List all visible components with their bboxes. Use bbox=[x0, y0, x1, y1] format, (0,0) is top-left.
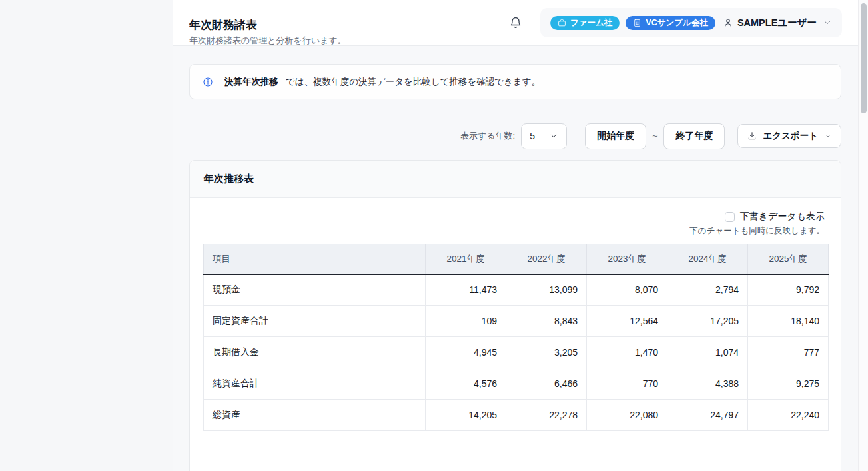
column-header-year: 2023年度 bbox=[587, 244, 667, 274]
page-scrollbar[interactable] bbox=[858, 0, 868, 471]
years-count-select[interactable]: 5 bbox=[521, 123, 567, 149]
table-row: 現預金 11,473 13,099 8,070 2,794 9,792 bbox=[204, 274, 829, 306]
info-icon bbox=[203, 77, 213, 87]
years-count-label: 表示する年数: bbox=[460, 130, 515, 142]
start-year-button[interactable]: 開始年度 bbox=[585, 123, 646, 149]
table-row: 長期借入金 4,945 3,205 1,470 1,074 777 bbox=[204, 337, 829, 368]
page-title: 年次財務諸表 bbox=[189, 17, 257, 33]
column-header-year: 2025年度 bbox=[748, 244, 829, 274]
row-value: 14,205 bbox=[426, 400, 506, 431]
info-banner-text: 決算年次推移では、複数年度の決算データを比較して推移を確認できます。 bbox=[224, 76, 540, 88]
user-name-label: SAMPLEユーザー bbox=[737, 17, 817, 29]
building-icon bbox=[633, 19, 642, 27]
info-banner: 決算年次推移では、複数年度の決算データを比較して推移を確認できます。 bbox=[189, 64, 841, 99]
info-banner-rest: では、複数年度の決算データを比較して推移を確認できます。 bbox=[286, 77, 540, 87]
row-value: 4,945 bbox=[426, 337, 506, 368]
row-label: 長期借入金 bbox=[204, 337, 426, 368]
row-value: 22,080 bbox=[587, 400, 667, 431]
row-value: 770 bbox=[587, 368, 667, 400]
annual-trend-card: 年次推移表 下書きデータも表示 下のチャートも同時に反映します。 項目 2 bbox=[189, 160, 841, 471]
user-name: SAMPLEユーザー bbox=[723, 17, 817, 29]
user-icon bbox=[723, 17, 733, 28]
table-row: 固定資産合計 109 8,843 12,564 17,205 18,140 bbox=[204, 306, 829, 337]
years-count-value: 5 bbox=[530, 131, 535, 141]
scrollbar-thumb[interactable] bbox=[861, 3, 867, 113]
download-icon bbox=[747, 131, 757, 141]
column-header-year: 2024年度 bbox=[667, 244, 748, 274]
export-button[interactable]: エクスポート bbox=[737, 124, 841, 148]
row-label: 固定資産合計 bbox=[204, 306, 426, 337]
table-header-row: 項目 2021年度 2022年度 2023年度 2024年度 2025年度 bbox=[204, 244, 829, 274]
card-body: 下書きデータも表示 下のチャートも同時に反映します。 項目 2021年度 202… bbox=[190, 198, 841, 431]
row-value: 17,205 bbox=[667, 306, 748, 337]
company-badge: VCサンプル会社 bbox=[626, 16, 715, 30]
row-value: 9,275 bbox=[748, 368, 829, 400]
row-value: 22,240 bbox=[748, 400, 829, 431]
row-value: 12,564 bbox=[587, 306, 667, 337]
card-title: 年次推移表 bbox=[204, 173, 254, 185]
draft-checkbox[interactable] bbox=[725, 212, 735, 222]
row-label: 純資産合計 bbox=[204, 368, 426, 400]
export-button-label: エクスポート bbox=[763, 130, 818, 142]
user-menu[interactable]: ファーム社 VCサンプル会社 SAMPLEユーザー bbox=[540, 8, 842, 37]
main-pane: ファーム社 VCサンプル会社 SAMPLEユーザー 年次財務諸表 bbox=[173, 0, 858, 471]
row-value: 11,473 bbox=[426, 274, 506, 306]
notification-bell-icon[interactable] bbox=[509, 15, 522, 30]
caret-down-icon bbox=[825, 133, 831, 139]
briefcase-icon bbox=[558, 19, 566, 27]
row-value: 22,278 bbox=[506, 400, 587, 431]
end-year-button[interactable]: 終了年度 bbox=[663, 123, 725, 149]
draft-checkbox-note: 下のチャートも同時に反映します。 bbox=[689, 225, 825, 236]
row-value: 4,576 bbox=[426, 368, 506, 400]
row-value: 2,794 bbox=[667, 274, 748, 306]
row-value: 4,388 bbox=[667, 368, 748, 400]
chevron-down-icon bbox=[549, 131, 558, 141]
row-value: 109 bbox=[426, 306, 506, 337]
row-value: 24,797 bbox=[667, 400, 748, 431]
draft-checkbox-label: 下書きデータも表示 bbox=[740, 211, 825, 223]
row-value: 13,099 bbox=[506, 274, 587, 306]
firm-badge-label: ファーム社 bbox=[570, 19, 612, 27]
company-badge-label: VCサンプル会社 bbox=[646, 19, 708, 27]
row-value: 9,792 bbox=[748, 274, 829, 306]
annual-financial-table: 項目 2021年度 2022年度 2023年度 2024年度 2025年度 現預… bbox=[203, 244, 829, 431]
draft-checkbox-row[interactable]: 下書きデータも表示 bbox=[725, 211, 825, 223]
row-value: 3,205 bbox=[506, 337, 587, 368]
row-value: 1,470 bbox=[587, 337, 667, 368]
row-value: 1,074 bbox=[667, 337, 748, 368]
row-value: 8,843 bbox=[506, 306, 587, 337]
row-value: 8,070 bbox=[587, 274, 667, 306]
firm-badge: ファーム社 bbox=[550, 16, 620, 30]
row-value: 6,466 bbox=[506, 368, 587, 400]
row-label: 総資産 bbox=[204, 400, 426, 431]
controls-row: 表示する年数: 5 開始年度 ~ 終了年度 エクスポート bbox=[189, 123, 841, 149]
row-value: 777 bbox=[748, 337, 829, 368]
column-header-item: 項目 bbox=[204, 244, 426, 274]
range-separator: ~ bbox=[652, 131, 657, 141]
column-header-year: 2022年度 bbox=[506, 244, 587, 274]
card-header: 年次推移表 bbox=[190, 161, 841, 198]
row-value: 18,140 bbox=[748, 306, 829, 337]
page-subtitle: 年次財務諸表の管理と分析を行います。 bbox=[189, 35, 346, 47]
info-banner-emphasis: 決算年次推移 bbox=[224, 77, 278, 87]
row-label: 現預金 bbox=[204, 274, 426, 306]
column-header-year: 2021年度 bbox=[426, 244, 506, 274]
vertical-divider bbox=[576, 127, 576, 145]
table-row: 純資産合計 4,576 6,466 770 4,388 9,275 bbox=[204, 368, 829, 400]
table-row: 総資産 14,205 22,278 22,080 24,797 22,240 bbox=[204, 400, 829, 431]
chevron-down-icon bbox=[823, 18, 832, 27]
draft-toggle-block: 下書きデータも表示 下のチャートも同時に反映します。 bbox=[203, 211, 825, 236]
